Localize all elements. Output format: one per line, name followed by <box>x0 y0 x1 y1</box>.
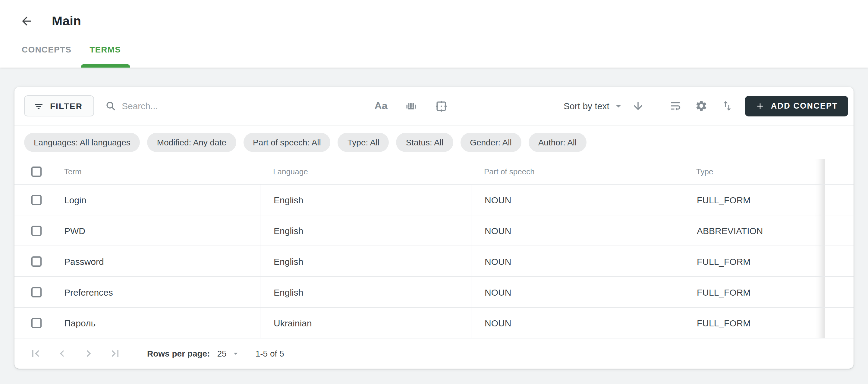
wrap-text-icon <box>670 99 682 112</box>
tab-bar: CONCEPTS TERMS <box>0 31 868 67</box>
whole-word-barcode-icon <box>404 99 418 113</box>
rows-per-page-select[interactable]: 25 <box>217 349 241 358</box>
pagination-bar: Rows per page: 25 1-5 of 5 <box>14 338 854 368</box>
filter-button-label: FILTER <box>50 101 83 111</box>
cell-part-of-speech: NOUN <box>471 308 682 338</box>
cell-type: ABBREVIATION <box>682 215 824 245</box>
row-checkbox[interactable] <box>31 318 41 328</box>
chip-part-of-speech[interactable]: Part of speech: All <box>243 132 331 152</box>
table-row[interactable]: Preferences English NOUN FULL_FORM <box>14 277 854 308</box>
terms-card: FILTER Aa <box>14 87 854 368</box>
rows-per-page-value: 25 <box>217 349 227 358</box>
cell-part-of-speech: NOUN <box>471 277 682 307</box>
chip-modified[interactable]: Modified: Any date <box>147 132 236 152</box>
cell-language: English <box>260 277 471 307</box>
cell-type: FULL_FORM <box>682 277 824 307</box>
chevron-left-icon <box>56 347 69 360</box>
selection-frame-icon <box>435 99 448 113</box>
cell-pinned <box>824 215 854 245</box>
cell-term: Password <box>64 246 260 276</box>
table-row[interactable]: Пароль Ukrainian NOUN FULL_FORM <box>14 308 854 338</box>
sort-direction-button[interactable] <box>631 99 646 113</box>
cell-part-of-speech: NOUN <box>471 246 682 276</box>
chip-author[interactable]: Author: All <box>529 132 587 152</box>
search-options: Aa <box>374 99 448 113</box>
settings-button[interactable] <box>694 99 709 113</box>
column-header-language: Language <box>260 159 471 184</box>
chip-languages[interactable]: Languages: All languages <box>24 132 140 152</box>
next-page-button[interactable] <box>82 346 96 361</box>
table-header-row: Term Language Part of speech Type <box>14 159 854 185</box>
filter-chips-row: Languages: All languages Modified: Any d… <box>14 126 854 159</box>
cell-language: English <box>260 185 471 215</box>
cell-pinned <box>824 185 854 215</box>
wrap-text-button[interactable] <box>669 99 683 113</box>
cell-term: Preferences <box>64 277 260 307</box>
table-row[interactable]: PWD English NOUN ABBREVIATION <box>14 215 854 246</box>
viewport: Main CONCEPTS TERMS FILTER <box>0 0 868 384</box>
cell-type: FULL_FORM <box>682 185 824 215</box>
cell-term: Пароль <box>64 308 260 338</box>
cell-term: Login <box>64 185 260 215</box>
dropdown-caret-icon <box>613 100 624 111</box>
exact-match-button[interactable] <box>434 99 448 113</box>
cell-language: English <box>260 246 471 276</box>
cell-pinned <box>824 246 854 276</box>
app-header: Main CONCEPTS TERMS <box>0 0 868 67</box>
row-checkbox[interactable] <box>31 195 41 205</box>
title-row: Main <box>0 0 868 31</box>
cell-language: Ukrainian <box>260 308 471 338</box>
pagination-range: 1-5 of 5 <box>255 349 284 358</box>
select-all-checkbox[interactable] <box>31 167 41 177</box>
cell-part-of-speech: NOUN <box>471 215 682 245</box>
import-export-icon <box>721 99 734 112</box>
dropdown-caret-icon <box>231 349 241 358</box>
previous-page-button[interactable] <box>55 346 69 361</box>
whole-word-button[interactable] <box>404 99 418 113</box>
cell-type: FULL_FORM <box>682 246 824 276</box>
chip-gender[interactable]: Gender: All <box>460 132 521 152</box>
row-checkbox[interactable] <box>31 225 41 236</box>
add-concept-button[interactable]: ADD CONCEPT <box>745 96 848 116</box>
add-concept-label: ADD CONCEPT <box>771 101 838 110</box>
table-row[interactable]: Login English NOUN FULL_FORM <box>14 185 854 215</box>
toolbar: FILTER Aa <box>14 87 854 126</box>
terms-table: Term Language Part of speech Type Login … <box>14 159 854 368</box>
column-header-type: Type <box>682 159 824 184</box>
table-row[interactable]: Password English NOUN FULL_FORM <box>14 246 854 277</box>
pinned-column-header <box>824 159 854 184</box>
sort-by-label: Sort by text <box>564 101 610 111</box>
column-header-term: Term <box>64 159 260 184</box>
search-input[interactable] <box>122 101 303 111</box>
cell-part-of-speech: NOUN <box>471 185 682 215</box>
last-page-button[interactable] <box>108 346 122 361</box>
match-case-icon: Aa <box>374 100 387 112</box>
back-button[interactable] <box>19 14 34 28</box>
rows-per-page-label: Rows per page: <box>147 349 210 358</box>
cell-language: English <box>260 215 471 245</box>
chip-status[interactable]: Status: All <box>396 132 453 152</box>
row-checkbox[interactable] <box>31 287 41 297</box>
chip-type[interactable]: Type: All <box>338 132 389 152</box>
tab-terms[interactable]: TERMS <box>81 31 130 67</box>
search-icon <box>105 100 116 112</box>
sort-group: Sort by text <box>564 96 848 116</box>
filter-button[interactable]: FILTER <box>24 95 94 116</box>
search-box <box>105 100 303 112</box>
row-checkbox[interactable] <box>31 256 41 266</box>
first-page-icon <box>29 347 42 360</box>
filter-funnel-icon <box>33 100 44 111</box>
tab-concepts[interactable]: CONCEPTS <box>13 31 81 67</box>
import-export-button[interactable] <box>720 99 735 113</box>
page-title: Main <box>52 14 81 28</box>
sort-by-select[interactable]: Sort by text <box>564 100 624 111</box>
back-arrow-icon <box>20 14 33 28</box>
arrow-down-icon <box>632 99 645 112</box>
first-page-button[interactable] <box>28 346 43 361</box>
last-page-icon <box>108 347 122 360</box>
cell-term: PWD <box>64 215 260 245</box>
cell-pinned <box>824 277 854 307</box>
match-case-button[interactable]: Aa <box>374 99 388 113</box>
column-header-part-of-speech: Part of speech <box>471 159 682 184</box>
settings-gear-icon <box>695 99 708 112</box>
